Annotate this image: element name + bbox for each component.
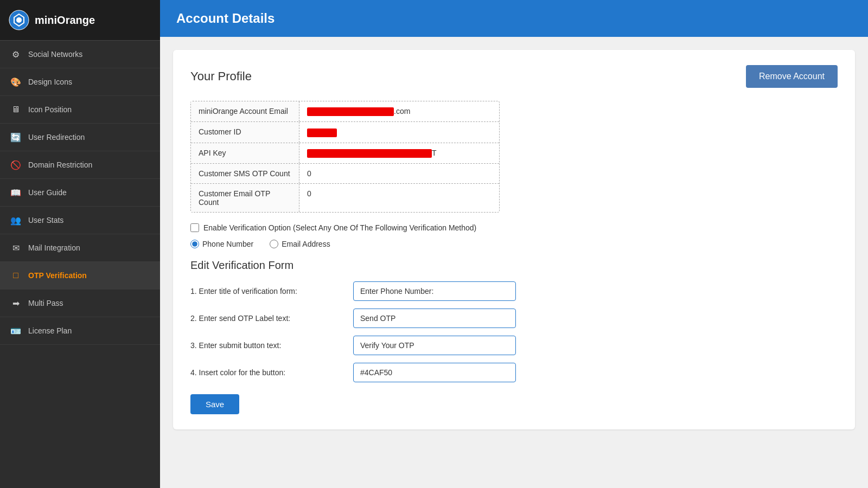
- evf-input-title[interactable]: [353, 281, 516, 301]
- profile-value-email-otp: 0: [299, 184, 499, 212]
- evf-row-4: 4. Insert color for the button:: [190, 363, 838, 382]
- redacted-customerid: [307, 129, 337, 137]
- profile-value-apikey: T: [299, 143, 499, 163]
- evf-title: Edit Verification Form: [190, 259, 838, 272]
- profile-value-email: .com: [299, 101, 499, 121]
- remove-account-button[interactable]: Remove Account: [746, 65, 838, 88]
- phone-number-label: Phone Number: [202, 240, 253, 248]
- multi-pass-icon: ➡: [10, 297, 22, 309]
- sidebar-item-domain-restriction[interactable]: 🚫 Domain Restriction: [0, 151, 160, 179]
- evf-label-3: 3. Enter submit button text:: [190, 341, 353, 350]
- sidebar-item-design-icons[interactable]: 🎨 Design Icons: [0, 68, 160, 96]
- profile-title: Your Profile: [190, 69, 252, 84]
- page-title: Account Details: [176, 11, 275, 25]
- evf-label-2: 2. Enter send OTP Label text:: [190, 314, 353, 323]
- profile-value-customerid: [299, 122, 499, 142]
- phone-number-radio[interactable]: [190, 240, 199, 248]
- sidebar-item-mail-integration[interactable]: ✉ Mail Integration: [0, 234, 160, 262]
- verification-method-row: Phone Number Email Address: [190, 240, 838, 248]
- evf-row-1: 1. Enter title of verification form:: [190, 281, 838, 301]
- user-redirection-icon: 🔄: [10, 131, 22, 143]
- main-content: Your Profile Remove Account miniOrange A…: [160, 37, 868, 488]
- mail-integration-icon: ✉: [10, 242, 22, 254]
- icon-position-icon: 🖥: [10, 104, 22, 115]
- save-button[interactable]: Save: [190, 394, 239, 414]
- sidebar: miniOrange ⚙ Social Networks 🎨 Design Ic…: [0, 0, 160, 488]
- profile-label-email-otp: Customer Email OTP Count: [191, 184, 299, 212]
- sidebar-logo: miniOrange: [0, 0, 160, 41]
- enable-verification-label: Enable Verification Option (Select Any O…: [203, 223, 476, 232]
- sidebar-item-user-guide[interactable]: 📖 User Guide: [0, 179, 160, 207]
- sidebar-item-label: User Guide: [28, 188, 67, 197]
- sidebar-item-label: Mail Integration: [28, 243, 80, 252]
- evf-input-submit-text[interactable]: [353, 336, 516, 355]
- verification-section: Enable Verification Option (Select Any O…: [190, 223, 838, 248]
- sidebar-item-label: OTP Verification: [28, 271, 87, 280]
- sidebar-item-label: User Redirection: [28, 133, 85, 142]
- profile-row-email-otp: Customer Email OTP Count 0: [191, 184, 499, 212]
- account-details-card: Your Profile Remove Account miniOrange A…: [173, 50, 855, 429]
- profile-row-apikey: API Key T: [191, 143, 499, 164]
- evf-row-2: 2. Enter send OTP Label text:: [190, 309, 838, 328]
- sidebar-item-otp-verification[interactable]: □ OTP Verification: [0, 262, 160, 290]
- email-address-radio[interactable]: [270, 240, 278, 248]
- sidebar-item-user-stats[interactable]: 👥 User Stats: [0, 207, 160, 234]
- edit-verification-form: Edit Verification Form 1. Enter title of…: [190, 259, 838, 414]
- sidebar-item-label: Social Networks: [28, 50, 82, 59]
- enable-verification-checkbox[interactable]: [190, 223, 199, 232]
- profile-header: Your Profile Remove Account: [190, 65, 838, 88]
- profile-label-customerid: Customer ID: [191, 122, 299, 142]
- evf-label-4: 4. Insert color for the button:: [190, 368, 353, 377]
- email-address-label: Email Address: [282, 240, 330, 248]
- user-guide-icon: 📖: [10, 187, 22, 198]
- evf-input-color[interactable]: [353, 363, 516, 382]
- svg-point-1: [16, 17, 22, 23]
- sidebar-item-label: Multi Pass: [28, 299, 63, 307]
- redacted-email: [307, 107, 394, 116]
- sidebar-item-label: User Stats: [28, 216, 63, 224]
- user-stats-icon: 👥: [10, 214, 22, 226]
- evf-input-otp-label[interactable]: [353, 309, 516, 328]
- logo-text: miniOrange: [35, 14, 95, 27]
- redacted-apikey: [307, 149, 432, 158]
- social-networks-icon: ⚙: [10, 48, 22, 60]
- otp-verification-icon: □: [10, 269, 22, 281]
- profile-row-email: miniOrange Account Email .com: [191, 101, 499, 122]
- sidebar-item-social-networks[interactable]: ⚙ Social Networks: [0, 41, 160, 68]
- sidebar-item-user-redirection[interactable]: 🔄 User Redirection: [0, 124, 160, 151]
- phone-number-option: Phone Number: [190, 240, 253, 248]
- profile-label-email: miniOrange Account Email: [191, 101, 299, 121]
- evf-label-1: 1. Enter title of verification form:: [190, 287, 353, 296]
- page-header: Account Details: [160, 0, 868, 37]
- evf-row-3: 3. Enter submit button text:: [190, 336, 838, 355]
- profile-label-apikey: API Key: [191, 143, 299, 163]
- domain-restriction-icon: 🚫: [10, 159, 22, 171]
- profile-table: miniOrange Account Email .com Customer I…: [190, 101, 500, 213]
- sidebar-item-icon-position[interactable]: 🖥 Icon Position: [0, 96, 160, 124]
- sidebar-item-license-plan[interactable]: 🪪 License Plan: [0, 317, 160, 345]
- sidebar-item-label: Icon Position: [28, 105, 72, 114]
- enable-verification-row: Enable Verification Option (Select Any O…: [190, 223, 838, 232]
- profile-row-customerid: Customer ID: [191, 122, 499, 143]
- sidebar-item-label: License Plan: [28, 326, 72, 335]
- main-area: Account Details Your Profile Remove Acco…: [160, 0, 868, 488]
- logo-icon: [9, 10, 29, 30]
- profile-row-sms-otp: Customer SMS OTP Count 0: [191, 164, 499, 184]
- profile-label-sms-otp: Customer SMS OTP Count: [191, 164, 299, 183]
- license-plan-icon: 🪪: [10, 325, 22, 337]
- email-address-option: Email Address: [270, 240, 330, 248]
- profile-value-sms-otp: 0: [299, 164, 499, 183]
- sidebar-item-multi-pass[interactable]: ➡ Multi Pass: [0, 290, 160, 317]
- design-icons-icon: 🎨: [10, 76, 22, 88]
- sidebar-item-label: Domain Restriction: [28, 160, 92, 169]
- sidebar-item-label: Design Icons: [28, 78, 72, 86]
